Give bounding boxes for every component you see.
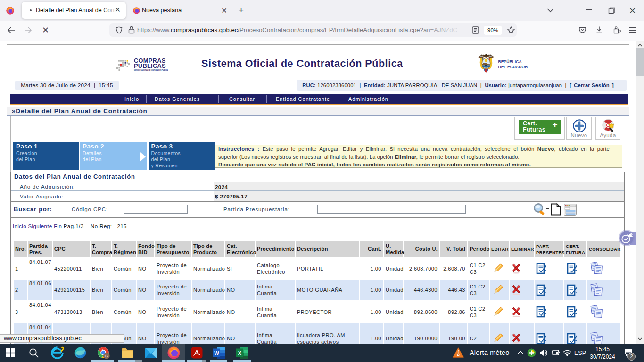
svg-text:SERVICIO NACIONAL DE CONTRATAC: SERVICIO NACIONAL DE CONTRATACIÓN PÚBLIC…	[134, 69, 168, 71]
svg-text:X: X	[238, 350, 242, 356]
svg-text:PÚBLICAS: PÚBLICAS	[134, 62, 166, 69]
svg-text:DEL ECUADOR: DEL ECUADOR	[498, 65, 528, 69]
svg-text:W: W	[214, 350, 219, 356]
svg-text:G: G	[105, 354, 108, 358]
svg-text:REPÚBLICA: REPÚBLICA	[498, 59, 522, 64]
